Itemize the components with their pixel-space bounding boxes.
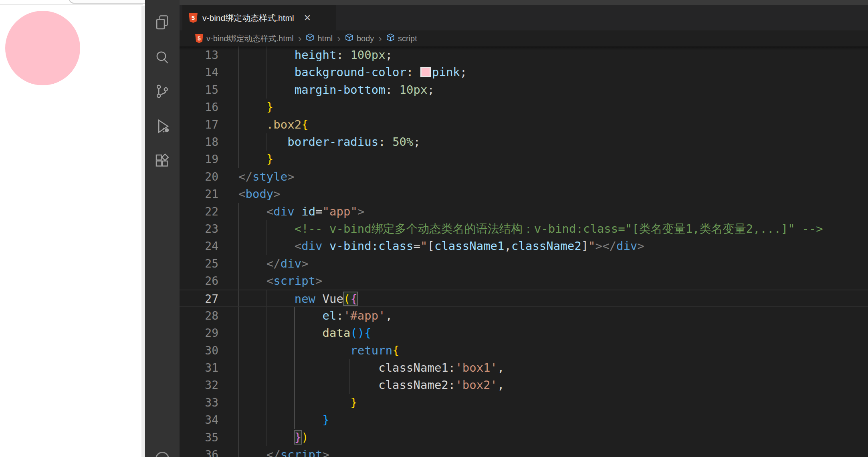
explorer-icon[interactable] (153, 14, 171, 32)
code-token (238, 326, 323, 340)
indent-guide (266, 429, 267, 446)
line-number: 35 (180, 429, 218, 446)
code-token: > (301, 257, 308, 270)
line-number: 27 (180, 290, 218, 308)
code-token: { (392, 344, 399, 357)
indent-guide (266, 376, 267, 394)
indent-guide (238, 133, 239, 151)
code-token: Vue (323, 292, 343, 306)
code-line: 34 } (180, 411, 868, 429)
indent-guide (238, 394, 239, 411)
extensions-icon[interactable] (153, 152, 171, 170)
line-number: 13 (180, 46, 218, 64)
code-line: 22 <div id="app"> (180, 203, 868, 220)
code-token: { (350, 292, 357, 306)
indent-guide (238, 46, 239, 64)
code-text: <div v-bind:class="[className1,className… (238, 238, 644, 255)
code-token: pink (432, 65, 460, 79)
indent-guide (238, 446, 239, 457)
indent-guide (266, 307, 267, 324)
code-token: , (497, 378, 504, 392)
code-line: 23 <!-- v-bind绑定多个动态类名的语法结构：v-bind:class… (180, 220, 868, 238)
indent-guide (322, 394, 323, 411)
code-token: background-color (295, 65, 406, 79)
breadcrumb-separator-icon: › (336, 33, 341, 44)
indent-guide (266, 290, 267, 306)
source-control-icon[interactable] (153, 83, 171, 100)
code-token (238, 118, 266, 131)
line-number: 33 (180, 394, 218, 411)
code-token: : (336, 48, 343, 62)
code-token: ( (350, 326, 357, 340)
indent-guide (238, 307, 239, 324)
line-number: 15 (180, 81, 218, 99)
code-lines: 13 height: 100px;14 background-color: pi… (180, 46, 868, 457)
code-line: 18 border-radius: 50%; (180, 133, 868, 151)
code-token (343, 48, 350, 62)
code-token (238, 257, 266, 270)
code-token: id (301, 205, 315, 218)
line-number: 34 (180, 411, 218, 429)
code-token: height (295, 48, 337, 62)
breadcrumb-item-html[interactable]: html (306, 33, 333, 44)
indent-guide (266, 342, 267, 359)
code-token: > (323, 448, 329, 457)
code-text: <div id="app"> (238, 203, 364, 220)
code-token: ) (301, 431, 308, 444)
indent-guide (238, 81, 239, 99)
line-number: 32 (180, 376, 218, 394)
breadcrumb-item-file[interactable]: 5 v-bind绑定动态样式.html (195, 33, 294, 44)
code-token: .box2 (266, 118, 301, 131)
breadcrumb-item-body[interactable]: body (345, 33, 374, 44)
run-debug-icon[interactable] (153, 117, 171, 135)
browser-scrollbar[interactable] (141, 6, 145, 457)
indent-guide (238, 359, 239, 376)
code-line: 24 <div v-bind:class="[className1,classN… (180, 238, 868, 255)
code-line: 32 className2:'box2', (180, 376, 868, 394)
indent-guide (238, 342, 239, 359)
code-token: ; (414, 135, 420, 149)
color-swatch[interactable] (420, 67, 431, 77)
close-icon[interactable]: ✕ (304, 14, 311, 22)
code-token: className2 (378, 378, 448, 392)
code-token: 'box1' (455, 361, 497, 374)
code-editor[interactable]: 13 height: 100px;14 background-color: pi… (180, 46, 868, 457)
code-text: new Vue({ (238, 290, 357, 308)
code-token: } (295, 431, 301, 444)
code-token: > (595, 239, 602, 253)
breadcrumb-item-script[interactable]: script (386, 33, 417, 44)
code-text: el:'#app', (238, 307, 392, 324)
code-text: margin-bottom: 10px; (238, 81, 434, 99)
line-number: 24 (180, 238, 218, 255)
code-line: 26 <script> (180, 272, 868, 290)
indent-guide (266, 81, 267, 99)
line-number: 30 (180, 342, 218, 359)
code-token: ; (427, 83, 434, 97)
code-text: }) (238, 429, 309, 446)
tab-vbind-file[interactable]: 5 v-bind绑定动态样式.html ✕ (182, 5, 336, 30)
code-token (238, 361, 378, 374)
code-line: 17 .box2{ (180, 116, 868, 133)
code-line: 31 className1:'box1', (180, 359, 868, 376)
code-token: > (315, 274, 322, 288)
code-token: { (364, 326, 371, 340)
code-text: className1:'box1', (238, 359, 505, 376)
code-token: " (588, 239, 595, 253)
code-token: new (295, 292, 315, 306)
indent-guide (238, 429, 239, 446)
line-number: 36 (180, 446, 218, 457)
code-token: 10px (400, 83, 428, 97)
code-line: 28 el:'#app', (180, 307, 868, 324)
account-icon[interactable] (155, 452, 169, 457)
tab-bar: 5 v-bind绑定动态样式.html ✕ (180, 5, 868, 30)
code-token: 100px (350, 48, 385, 62)
search-icon[interactable] (153, 49, 171, 66)
code-text: height: 100px; (238, 46, 392, 64)
line-number: 29 (180, 324, 218, 342)
code-token: ] (581, 239, 588, 253)
code-token: return (350, 344, 392, 357)
html5-file-icon: 5 (195, 34, 203, 43)
code-token (238, 100, 266, 114)
line-number: 23 (180, 220, 218, 238)
code-token: div (301, 239, 322, 253)
